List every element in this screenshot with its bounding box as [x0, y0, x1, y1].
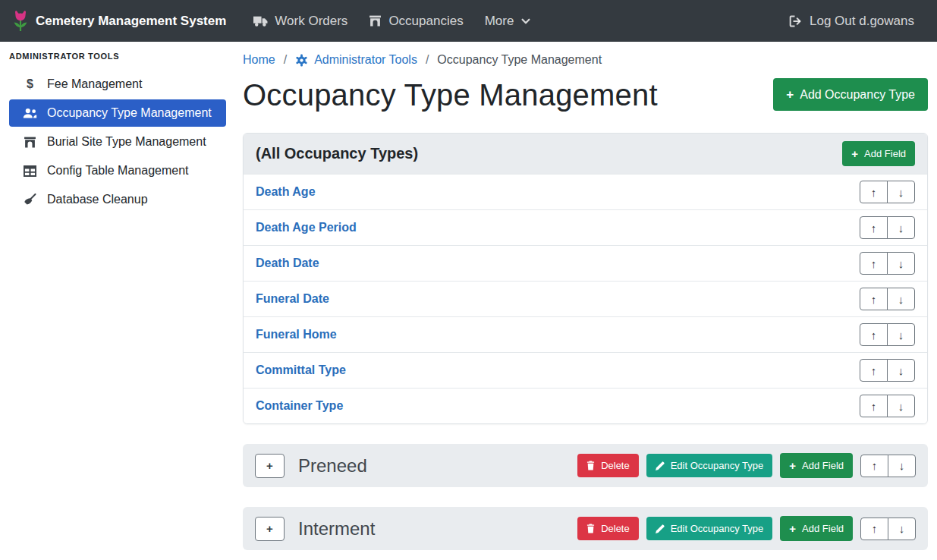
reorder-group: ↑ ↓ — [860, 216, 915, 239]
field-link-death-age-period[interactable]: Death Age Period — [256, 221, 357, 234]
breadcrumb-separator: / — [284, 53, 287, 67]
breadcrumb-admin-tools-link[interactable]: Administrator Tools — [295, 53, 417, 67]
sidebar-item-config-table-management[interactable]: Config Table Management — [9, 157, 226, 184]
gear-icon — [295, 54, 308, 67]
sidebar-item-burial-site-type-management[interactable]: Burial Site Type Management — [9, 128, 226, 156]
add-field-button[interactable]: + Add Field — [780, 453, 853, 478]
delete-button[interactable]: Delete — [577, 454, 639, 477]
plus-icon: + — [266, 523, 273, 534]
up-arrow-icon: ↑ — [871, 329, 877, 341]
move-up-button[interactable]: ↑ — [860, 252, 888, 275]
down-arrow-icon: ↓ — [898, 222, 904, 234]
move-down-button[interactable]: ↓ — [887, 359, 915, 382]
field-row: Death Age Period ↑ ↓ — [244, 209, 927, 245]
sidebar-section-title: Administrator Tools — [0, 52, 234, 61]
occupancy-type-card-interment: + Interment Delete — [243, 507, 928, 550]
delete-button[interactable]: Delete — [577, 517, 639, 540]
down-arrow-icon: ↓ — [898, 364, 904, 377]
field-link-funeral-date[interactable]: Funeral Date — [256, 292, 329, 306]
field-link-funeral-home[interactable]: Funeral Home — [256, 328, 337, 341]
broom-icon — [23, 193, 37, 206]
sidebar-item-label: Fee Management — [47, 77, 142, 91]
move-up-button[interactable]: ↑ — [860, 288, 888, 310]
field-link-committal-type[interactable]: Committal Type — [256, 363, 346, 377]
move-down-button[interactable]: ↓ — [888, 518, 916, 540]
down-arrow-icon: ↓ — [898, 293, 904, 306]
app-brand[interactable]: Cemetery Management System — [12, 10, 226, 33]
down-arrow-icon: ↓ — [898, 186, 904, 199]
plus-icon: + — [789, 523, 796, 534]
all-occupancy-types-card: (All Occupancy Types) + Add Field Death … — [243, 133, 928, 424]
nav-logout-label: Log Out d.gowans — [810, 14, 914, 29]
sidebar-item-occupancy-type-management[interactable]: Occupancy Type Management — [9, 99, 226, 127]
archway-icon — [369, 14, 382, 27]
edit-occupancy-type-label: Edit Occupancy Type — [671, 524, 764, 533]
down-arrow-icon: ↓ — [899, 522, 905, 535]
expand-button[interactable]: + — [255, 517, 285, 541]
edit-occupancy-type-button[interactable]: Edit Occupancy Type — [646, 517, 773, 540]
plus-icon: + — [786, 88, 794, 101]
field-row: Committal Type ↑ ↓ — [244, 352, 927, 388]
move-down-button[interactable]: ↓ — [887, 288, 915, 310]
field-row: Funeral Date ↑ ↓ — [244, 281, 927, 316]
field-link-death-age[interactable]: Death Age — [256, 185, 316, 199]
reorder-group: ↑ ↓ — [860, 518, 916, 540]
occupancy-type-title: Interment — [298, 518, 577, 540]
delete-label: Delete — [601, 461, 630, 470]
move-up-button[interactable]: ↑ — [860, 518, 888, 540]
table-icon — [23, 165, 37, 177]
nav-work-orders-label: Work Orders — [275, 14, 347, 29]
add-field-label: Add Field — [864, 149, 906, 159]
move-down-button[interactable]: ↓ — [887, 252, 915, 275]
add-occupancy-type-button[interactable]: + Add Occupancy Type — [773, 78, 928, 111]
move-down-button[interactable]: ↓ — [888, 455, 916, 477]
move-down-button[interactable]: ↓ — [887, 323, 915, 346]
up-arrow-icon: ↑ — [872, 522, 878, 535]
truck-icon — [253, 15, 268, 27]
pencil-icon — [656, 524, 665, 533]
move-down-button[interactable]: ↓ — [887, 395, 915, 417]
occupancy-type-title: Preneed — [298, 455, 577, 477]
nav-occupancies-label: Occupancies — [388, 14, 463, 29]
sidebar-item-database-cleanup[interactable]: Database Cleanup — [9, 186, 226, 213]
down-arrow-icon: ↓ — [898, 257, 904, 270]
add-field-button[interactable]: + Add Field — [780, 516, 853, 541]
move-up-button[interactable]: ↑ — [860, 216, 888, 239]
move-up-button[interactable]: ↑ — [860, 359, 888, 382]
field-link-container-type[interactable]: Container Type — [256, 399, 343, 413]
nav-logout[interactable]: Log Out d.gowans — [778, 8, 925, 35]
all-occupancy-types-header: (All Occupancy Types) + Add Field — [244, 134, 927, 174]
expand-button[interactable]: + — [255, 454, 285, 478]
admin-tools-sidebar: Administrator Tools $ Fee Management Occ… — [0, 42, 234, 560]
nav-work-orders[interactable]: Work Orders — [243, 8, 358, 35]
move-up-button[interactable]: ↑ — [860, 455, 888, 477]
breadcrumb: Home / Administrator Tools — [243, 49, 928, 67]
add-field-button[interactable]: + Add Field — [842, 141, 915, 166]
up-arrow-icon: ↑ — [872, 459, 878, 472]
up-arrow-icon: ↑ — [871, 293, 877, 306]
field-row: Funeral Home ↑ ↓ — [244, 316, 927, 352]
breadcrumb-home-link[interactable]: Home — [243, 53, 275, 67]
field-row: Container Type ↑ ↓ — [244, 388, 927, 423]
edit-occupancy-type-button[interactable]: Edit Occupancy Type — [646, 454, 773, 477]
sidebar-item-label: Database Cleanup — [47, 193, 148, 206]
add-field-label: Add Field — [802, 524, 844, 533]
nav-occupancies[interactable]: Occupancies — [358, 8, 473, 35]
sidebar-item-label: Burial Site Type Management — [47, 135, 206, 149]
plus-icon: + — [789, 460, 796, 471]
breadcrumb-admin-tools-label: Administrator Tools — [314, 53, 417, 67]
nav-more[interactable]: More — [474, 8, 542, 35]
move-down-button[interactable]: ↓ — [887, 216, 915, 239]
sidebar-item-fee-management[interactable]: $ Fee Management — [9, 71, 226, 98]
up-arrow-icon: ↑ — [871, 364, 877, 377]
move-up-button[interactable]: ↑ — [860, 323, 888, 346]
breadcrumb-current: Occupancy Type Management — [437, 53, 602, 67]
move-down-button[interactable]: ↓ — [887, 181, 915, 203]
app-title: Cemetery Management System — [36, 14, 226, 29]
up-arrow-icon: ↑ — [871, 257, 877, 270]
move-up-button[interactable]: ↑ — [860, 395, 888, 417]
move-up-button[interactable]: ↑ — [860, 181, 888, 203]
chevron-down-icon — [520, 16, 531, 27]
field-link-death-date[interactable]: Death Date — [256, 256, 319, 270]
archway-icon — [23, 136, 37, 149]
